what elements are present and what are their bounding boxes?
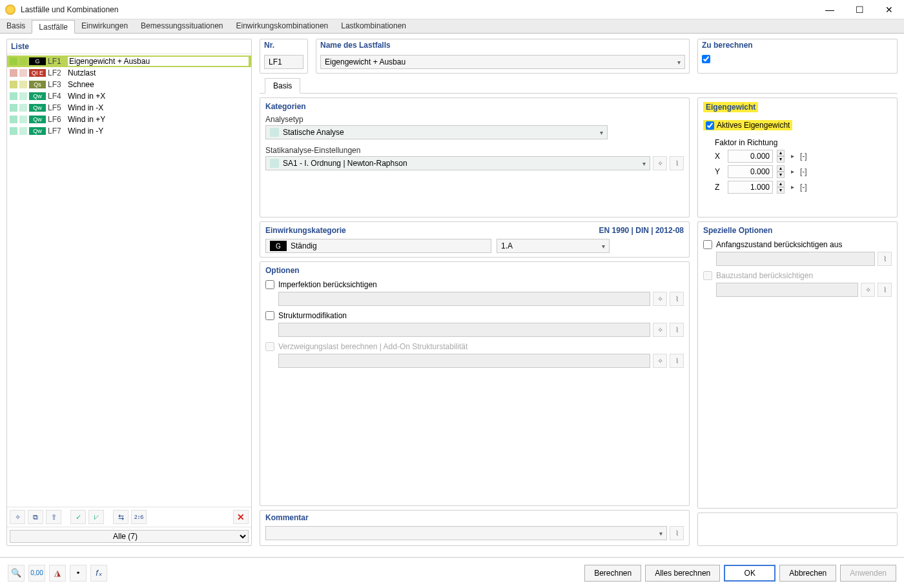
swap-icon[interactable]: ⇆ <box>113 510 128 524</box>
tab-einwirkungen[interactable]: Einwirkungen <box>75 19 134 33</box>
tab-einwirkungskombinationen[interactable]: Einwirkungskombinationen <box>230 19 335 33</box>
aktiv-eigengewicht-checkbox[interactable] <box>706 121 714 130</box>
export-icon[interactable]: ⇪ <box>46 510 61 524</box>
einwirkung-class-select[interactable]: 1.A ▾ <box>497 239 610 253</box>
app-icon <box>5 5 15 15</box>
anfang-checkbox[interactable] <box>703 240 712 249</box>
factor-input-x[interactable] <box>728 150 773 163</box>
copy-icon[interactable]: ⧉ <box>28 510 43 524</box>
struktur-label: Strukturmodifikation <box>278 311 347 320</box>
loadcase-list[interactable]: GLF1Eigengewicht + AusbauQI ELF2Nutzlast… <box>7 54 251 507</box>
bauz-checkbox <box>703 271 712 280</box>
minimize-button[interactable]: — <box>815 0 845 19</box>
spin-up-icon[interactable]: ▴ <box>777 150 785 156</box>
loadcase-color2-icon <box>19 57 27 65</box>
struktur-edit-icon: ⌇ <box>670 323 684 337</box>
spin-down-icon[interactable]: ▾ <box>777 156 785 163</box>
spin-up-icon[interactable]: ▴ <box>777 181 785 187</box>
kommentar-input[interactable]: ▾ <box>265 526 667 540</box>
statik-label: Statikanalyse-Einstellungen <box>265 146 684 155</box>
optionen-title: Optionen <box>265 266 684 275</box>
anwenden-button[interactable]: Anwenden <box>840 565 896 582</box>
play-icon[interactable]: ▸ <box>788 181 796 194</box>
statik-select[interactable]: SA1 - I. Ordnung | Newton-Raphson ▾ <box>265 156 650 170</box>
tab-lastkombinationen[interactable]: Lastkombinationen <box>334 19 413 33</box>
loadcase-color-icon <box>10 127 17 135</box>
loadcase-number: LF3 <box>48 80 66 89</box>
chevron-down-icon: ▾ <box>659 530 663 537</box>
list-item[interactable]: GLF1Eigengewicht + Ausbau <box>7 56 251 67</box>
eigengewicht-title: Eigengewicht <box>703 102 758 112</box>
factor-input-z[interactable] <box>728 181 773 194</box>
list-item[interactable]: QsLF3Schnee <box>7 79 251 90</box>
play-icon[interactable]: ▸ <box>788 150 796 163</box>
nr-input[interactable]: LF1 <box>264 55 303 69</box>
calc-checkbox[interactable] <box>702 55 710 63</box>
list-item[interactable]: QwLF7Wind in -Y <box>7 125 251 137</box>
verzweig-checkbox <box>265 342 274 351</box>
renum-icon[interactable]: 2↕6 <box>131 510 147 524</box>
list-pane: Liste GLF1Eigengewicht + AusbauQI ELF2Nu… <box>6 39 252 546</box>
tab-lastfaelle[interactable]: Lastfälle <box>32 20 75 34</box>
fx-icon[interactable]: fₓ <box>90 565 107 582</box>
berechnen-button[interactable]: Berechnen <box>584 565 641 582</box>
list-item[interactable]: QwLF4Wind in +X <box>7 90 251 102</box>
tab-basis[interactable]: Basis <box>0 19 32 33</box>
edit-subitem-icon[interactable]: ⌇ <box>670 156 684 170</box>
list-item[interactable]: QI ELF2Nutzlast <box>7 67 251 79</box>
maximize-button[interactable]: ☐ <box>845 0 874 19</box>
spin-up-icon[interactable]: ▴ <box>777 165 785 172</box>
loadcase-number: LF7 <box>48 127 66 136</box>
kategorien-title: Kategorien <box>265 102 684 111</box>
alles-berechnen-button[interactable]: Alles berechnen <box>645 565 720 582</box>
loadcase-color2-icon <box>19 92 27 100</box>
units-icon[interactable]: 0,00 <box>28 565 45 582</box>
einwirkung-cat-select[interactable]: G Ständig <box>265 239 491 253</box>
model-icon[interactable]: ◮ <box>49 565 66 582</box>
list-item[interactable]: QwLF5Wind in -X <box>7 102 251 114</box>
anfang-edit-icon: ⌇ <box>878 252 892 266</box>
new-icon[interactable]: ✧ <box>10 510 25 524</box>
calc-label: Zu berechnen <box>698 39 897 51</box>
ok-button[interactable]: OK <box>724 565 776 582</box>
analysetyp-select[interactable]: Statische Analyse ▾ <box>265 125 608 139</box>
bauz-label: Bauzustand berücksichtigen <box>716 271 813 280</box>
verzweig-select <box>278 354 650 368</box>
loadcase-number: LF5 <box>48 103 66 112</box>
einwirkung-badge: G <box>270 241 287 251</box>
list-filter-select[interactable]: Alle (7) <box>10 530 249 543</box>
einwirkung-panel: Einwirkungskategorie EN 1990 | DIN | 201… <box>260 221 690 258</box>
dot-icon[interactable]: • <box>70 565 87 582</box>
check-green-icon[interactable]: ✓ <box>70 510 86 524</box>
close-button[interactable]: ✕ <box>874 0 904 19</box>
aktiv-eigengewicht-label: Aktives Eigengewicht <box>717 121 790 130</box>
list-item[interactable]: QwLF6Wind in +Y <box>7 114 251 125</box>
loadcase-name: Wind in +X <box>68 92 105 101</box>
factor-input-y[interactable] <box>728 165 773 178</box>
unit-label: [-] <box>800 152 807 161</box>
kommentar-edit-icon[interactable]: ⌇ <box>670 526 684 540</box>
spin-down-icon[interactable]: ▾ <box>777 172 785 178</box>
name-select[interactable]: Eigengewicht + Ausbau ▾ <box>320 55 685 69</box>
verzweig-new-icon: ✧ <box>653 354 667 368</box>
axis-label: X <box>715 152 724 161</box>
delete-icon[interactable]: ✕ <box>233 510 249 524</box>
anfang-label: Anfangszustand berücksichtigen aus <box>716 240 842 249</box>
imperfektion-select <box>278 292 650 306</box>
imperfektion-checkbox[interactable] <box>265 280 274 289</box>
abbrechen-button[interactable]: Abbrechen <box>779 565 836 582</box>
loadcase-name: Eigengewicht + Ausbau <box>68 57 249 66</box>
new-subitem-icon[interactable]: ✧ <box>653 156 667 170</box>
check-all-icon[interactable]: ⩗ <box>88 510 104 524</box>
tab-bemessungssituationen[interactable]: Bemessungssituationen <box>134 19 229 33</box>
play-icon[interactable]: ▸ <box>788 165 796 178</box>
struktur-checkbox[interactable] <box>265 311 274 320</box>
search-icon[interactable]: 🔍 <box>8 565 25 582</box>
loadcase-color-icon <box>10 104 17 112</box>
verzweig-label: Verzweigungslast berechnen | Add-On Stru… <box>278 342 467 351</box>
imperfektion-new-icon: ✧ <box>653 292 667 306</box>
spin-down-icon[interactable]: ▾ <box>777 187 785 194</box>
loadcase-cat-badge: Qw <box>29 116 46 123</box>
subtab-basis[interactable]: Basis <box>265 78 300 94</box>
bottom-bar: 🔍 0,00 ◮ • fₓ Berechnen Alles berechnen … <box>0 557 904 588</box>
